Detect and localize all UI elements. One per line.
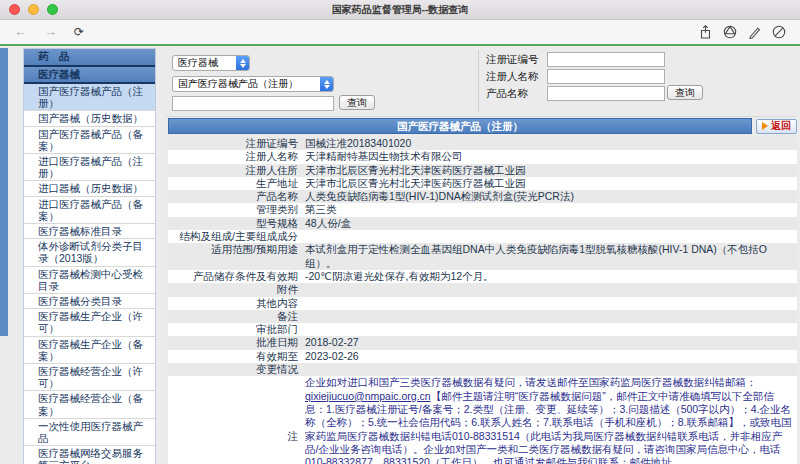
sidebar-item-distributor-licensed[interactable]: 医疗器械经营企业（许可） <box>24 364 155 391</box>
sidebar-item-testing-center-catalog[interactable]: 医疗器械检测中心受检目录 <box>24 267 155 294</box>
table-row: 注册证编号国械注准20183401020 <box>168 137 797 150</box>
row-label: 附件 <box>168 283 305 296</box>
back-arrow-icon <box>762 122 768 130</box>
keyword-search-button[interactable]: 查询 <box>339 95 375 110</box>
tab-overview-icon[interactable] <box>723 25 737 39</box>
detail-section: 国产医疗器械产品（注册） 返回 注册证编号国械注准20183401020 注册人… <box>168 118 797 464</box>
row-label: 备注 <box>168 310 305 323</box>
row-value: 2023-02-26 <box>305 350 797 363</box>
note-text-segment: 企业如对进口和国产三类医疗器械数据有疑问，请发送邮件至国家药监局医疗器械数据纠错… <box>305 376 757 388</box>
row-value <box>305 363 797 376</box>
sidebar-item-imported-device-history[interactable]: 进口器械（历史数据） <box>24 181 155 196</box>
row-label: 有效期至 <box>168 350 305 363</box>
browser-toolbar: ← → ⟳ <box>0 20 800 44</box>
registration-no-label: 注册证编号 <box>486 53 539 67</box>
keyword-input[interactable] <box>172 96 334 111</box>
back-icon[interactable]: ← <box>14 20 27 44</box>
table-row: 产品储存条件及有效期-20℃阴凉避光处保存,有效期为12个月。 <box>168 270 797 283</box>
row-label: 注册人住所 <box>168 164 305 177</box>
sidebar-item-device-standard-catalog[interactable]: 医疗器械标准目录 <box>24 224 155 239</box>
sidebar-item-imported-device-filed[interactable]: 进口医疗器械产品（备案） <box>24 197 155 224</box>
nav-icons: ← → ⟳ <box>14 20 84 44</box>
table-row: 变更情况 <box>168 363 797 376</box>
back-button-label: 返回 <box>771 120 791 132</box>
back-button[interactable]: 返回 <box>756 119 797 134</box>
sidebar-item-third-party-trading-platform[interactable]: 医疗器械网络交易服务第三方平台 <box>24 446 155 464</box>
table-row: 备注 <box>168 310 797 323</box>
content-blocker-icon[interactable] <box>772 25 786 39</box>
detail-header: 国产医疗器械产品（注册） 返回 <box>168 118 797 134</box>
row-label: 产品名称 <box>168 190 305 203</box>
markup-pen-icon[interactable] <box>748 25 761 39</box>
row-label: 结构及组成/主要组成成分 <box>168 230 305 243</box>
table-row-note: 注 企业如对进口和国产三类医疗器械数据有疑问，请发送邮件至国家药监局医疗器械数据… <box>168 376 797 464</box>
row-value: 天津市北辰区青光村北天津医药医疗器械工业园 <box>305 177 797 190</box>
row-label: 生产地址 <box>168 177 305 190</box>
field-search-button[interactable]: 查询 <box>667 85 703 100</box>
row-value <box>305 297 797 310</box>
row-value <box>305 283 797 296</box>
reload-icon[interactable]: ⟳ <box>74 20 84 44</box>
table-row: 型号规格48人份/盒 <box>168 217 797 230</box>
table-row: 管理类别第三类 <box>168 203 797 216</box>
row-value: 天津市北辰区青光村北天津医药医疗器械工业园 <box>305 164 797 177</box>
row-value <box>305 323 797 336</box>
titlebar: 国家药品监督管理局--数据查询 <box>0 0 800 20</box>
close-window-button[interactable] <box>9 4 20 15</box>
zoom-window-button[interactable] <box>47 4 58 15</box>
sidebar-item-single-use-devices[interactable]: 一次性使用医疗器械产品 <box>24 419 155 446</box>
row-value <box>305 310 797 323</box>
row-label: 型号规格 <box>168 217 305 230</box>
row-label: 其他内容 <box>168 297 305 310</box>
sidebar-item-manufacturer-licensed[interactable]: 医疗器械生产企业（许可） <box>24 309 155 336</box>
row-value: 第三类 <box>305 203 797 216</box>
row-label: 注册证编号 <box>168 137 305 150</box>
sidebar-item-distributor-filed[interactable]: 医疗器械经营企业（备案） <box>24 391 155 418</box>
row-label: 注 <box>168 430 305 443</box>
traffic-lights <box>9 4 58 15</box>
row-value: 本试剂盒用于定性检测全血基因组DNA中人类免疫缺陷病毒1型脱氧核糖核酸(HIV-… <box>305 243 797 270</box>
registration-no-input[interactable] <box>547 52 665 67</box>
row-label: 适用范围/预期用途 <box>168 243 305 270</box>
sidebar-item-domestic-device-registered[interactable]: 国产医疗器械产品（注册） <box>24 84 155 111</box>
table-row: 附件 <box>168 283 797 296</box>
table-row: 注册人住所天津市北辰区青光村北天津医药医疗器械工业园 <box>168 164 797 177</box>
row-value <box>305 230 797 243</box>
table-row: 批准日期2018-02-27 <box>168 336 797 349</box>
category-select[interactable]: 医疗器械 <box>172 55 250 71</box>
product-name-input[interactable] <box>547 86 665 101</box>
sidebar-item-domestic-device-history[interactable]: 国产器械（历史数据） <box>24 111 155 126</box>
sidebar-section-drugs[interactable]: 药 品 <box>24 49 155 67</box>
row-value: 人类免疫缺陷病毒1型(HIV-1)DNA检测试剂盒(荧光PCR法) <box>305 190 797 203</box>
browser-window: 国家药品监督管理局--数据查询 ← → ⟳ <box>0 0 800 464</box>
registrant-name-label: 注册人名称 <box>486 70 539 84</box>
registrant-name-input[interactable] <box>547 69 665 84</box>
detail-table: 注册证编号国械注准20183401020 注册人名称天津精耐特基因生物技术有限公… <box>168 137 797 464</box>
category-select-value: 医疗器械 <box>173 56 236 70</box>
row-label: 批准日期 <box>168 336 305 349</box>
row-value: 天津精耐特基因生物技术有限公司 <box>305 150 797 163</box>
table-row: 其他内容 <box>168 297 797 310</box>
sidebar-item-domestic-device-filed[interactable]: 国产医疗器械产品（备案） <box>24 127 155 154</box>
forward-icon[interactable]: → <box>44 20 57 44</box>
select-stepper-icon <box>236 56 249 70</box>
sidebar-item-imported-device-registered[interactable]: 进口医疗器械产品（注册） <box>24 154 155 181</box>
subcategory-select-value: 国产医疗器械产品（注册） <box>173 77 320 91</box>
sidebar-item-manufacturer-filed[interactable]: 医疗器械生产企业（备案） <box>24 337 155 364</box>
action-icons <box>699 25 786 39</box>
sidebar-item-ivd-subcatalog-2013[interactable]: 体外诊断试剂分类子目录（2013版） <box>24 239 155 266</box>
sidebar-item-device-classification-catalog[interactable]: 医疗器械分类目录 <box>24 294 155 309</box>
table-row: 适用范围/预期用途本试剂盒用于定性检测全血基因组DNA中人类免疫缺陷病毒1型脱氧… <box>168 243 797 270</box>
subcategory-select[interactable]: 国产医疗器械产品（注册） <box>172 76 334 92</box>
share-icon[interactable] <box>699 25 712 39</box>
note-text: 企业如对进口和国产三类医疗器械数据有疑问，请发送邮件至国家药监局医疗器械数据纠错… <box>305 376 797 464</box>
main-content: 医疗器械 国产医疗器械产品（注册） 查询 注册证编号 注册人名称 产品名称 查询 <box>166 46 797 464</box>
sidebar-left-strip <box>0 48 8 336</box>
select-stepper-icon <box>320 77 333 91</box>
table-row: 结构及组成/主要组成成分 <box>168 230 797 243</box>
minimize-window-button[interactable] <box>28 4 39 15</box>
table-row: 有效期至2023-02-26 <box>168 350 797 363</box>
table-row: 产品名称人类免疫缺陷病毒1型(HIV-1)DNA检测试剂盒(荧光PCR法) <box>168 190 797 203</box>
note-email-link[interactable]: qixiejiucuo@nmpaic.org.cn <box>305 390 431 402</box>
sidebar-section-medical-devices[interactable]: 医疗器械 <box>24 67 155 85</box>
